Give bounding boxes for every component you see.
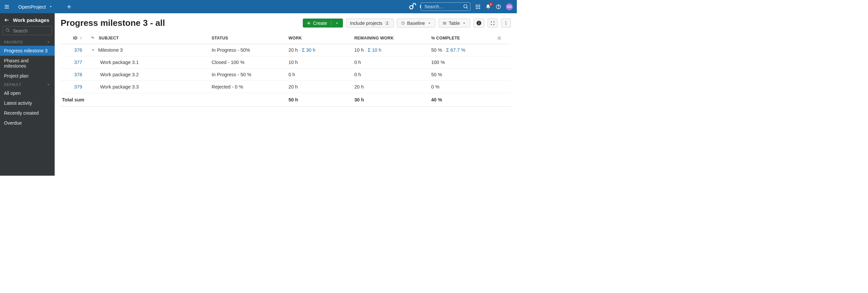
sidebar-item-project-plan[interactable]: Project plan bbox=[0, 71, 55, 81]
svg-rect-15 bbox=[477, 8, 478, 9]
complete-cell: 50 % bbox=[428, 68, 494, 81]
sidebar-item-all-open[interactable]: All open bbox=[0, 88, 55, 98]
section-default-header[interactable]: DEFAULT bbox=[0, 81, 55, 88]
avatar[interactable]: MA bbox=[506, 3, 513, 10]
create-button[interactable]: Create bbox=[303, 19, 343, 28]
remaining-cell: 10 h · Σ 10 h bbox=[351, 44, 428, 56]
work-cell: 0 h bbox=[286, 68, 352, 81]
chevron-up-icon bbox=[46, 40, 51, 45]
wp-id-link[interactable]: 377 bbox=[74, 60, 82, 65]
view-label: Table bbox=[449, 21, 460, 26]
sum-value[interactable]: Σ 67.7 % bbox=[446, 48, 465, 53]
toolbar: Progress milestone 3 - all Create Includ… bbox=[61, 18, 511, 28]
fullscreen-button[interactable] bbox=[488, 19, 498, 28]
table-row[interactable]: 379Work package 3.3Rejected - 0 %20 h20 … bbox=[61, 81, 511, 93]
sidebar-item-latest-activity[interactable]: Latest activity bbox=[0, 98, 55, 108]
remaining-cell: 0 h bbox=[351, 56, 428, 68]
row-end bbox=[494, 44, 511, 56]
view-mode-button[interactable]: Table bbox=[439, 19, 470, 28]
col-work[interactable]: WORK bbox=[286, 32, 352, 44]
table-row[interactable]: 376Milestone 3In Progress - 50%20 h · Σ … bbox=[61, 44, 511, 56]
col-status[interactable]: STATUS bbox=[209, 32, 286, 44]
search-icon bbox=[5, 28, 10, 32]
svg-rect-9 bbox=[477, 5, 478, 6]
svg-rect-12 bbox=[477, 6, 478, 7]
svg-point-20 bbox=[6, 29, 9, 31]
status-cell: In Progress - 50 % bbox=[209, 68, 286, 81]
svg-rect-11 bbox=[476, 6, 477, 7]
baseline-label: Baseline bbox=[407, 21, 425, 26]
work-cell: 20 h bbox=[286, 81, 352, 93]
section-favorite-header[interactable]: FAVORITE bbox=[0, 38, 55, 46]
resize-handle[interactable]: ⋮ bbox=[51, 96, 55, 101]
more-vertical-icon bbox=[503, 21, 508, 26]
sum-value[interactable]: Σ 30 h bbox=[302, 48, 315, 53]
col-remaining[interactable]: REMAINING WORK bbox=[351, 32, 428, 44]
col-settings[interactable] bbox=[494, 32, 511, 44]
sidebar-item-phases-milestones[interactable]: Phases and milestones bbox=[0, 56, 55, 71]
include-label: Include projects bbox=[350, 21, 382, 26]
sidebar-item-overdue[interactable]: Overdue bbox=[0, 118, 55, 128]
chevron-up-icon bbox=[46, 82, 51, 87]
back-button[interactable]: Work packages bbox=[0, 13, 55, 26]
arrow-left-icon bbox=[4, 17, 10, 23]
remaining-cell: 20 h bbox=[351, 81, 428, 93]
work-cell: 10 h bbox=[286, 56, 352, 68]
svg-rect-13 bbox=[479, 6, 480, 7]
col-id[interactable]: ID ↑ bbox=[61, 32, 88, 44]
expand-icon[interactable] bbox=[91, 48, 95, 52]
svg-rect-31 bbox=[479, 23, 479, 24]
svg-point-5 bbox=[410, 6, 413, 9]
caret-down-icon bbox=[49, 4, 53, 9]
sidebar-search-input[interactable] bbox=[3, 26, 52, 35]
main-content: Progress milestone 3 - all Create Includ… bbox=[55, 13, 517, 176]
total-remaining: 30 h bbox=[351, 93, 428, 107]
sum-value[interactable]: Σ 10 h bbox=[368, 48, 381, 53]
more-button[interactable] bbox=[501, 19, 511, 28]
wp-id-link[interactable]: 378 bbox=[74, 72, 82, 77]
baseline-button[interactable]: Baseline bbox=[397, 19, 435, 28]
wp-id-link[interactable]: 379 bbox=[74, 84, 82, 89]
row-end bbox=[494, 56, 511, 68]
id-cell: 379 bbox=[61, 81, 88, 93]
include-count: 1 bbox=[384, 21, 390, 26]
complete-cell: 0 % bbox=[428, 81, 494, 93]
table-row[interactable]: 377Work package 3.1Closed - 100 %10 h0 h… bbox=[61, 56, 511, 68]
col-subject[interactable]: SUBJECT bbox=[88, 32, 209, 44]
search-icon bbox=[463, 4, 468, 9]
svg-point-18 bbox=[498, 8, 499, 8]
svg-point-34 bbox=[505, 23, 506, 23]
id-cell: 378 bbox=[61, 68, 88, 81]
topbar: OpenProject OpenProject 9 MA bbox=[0, 0, 517, 13]
apps-icon[interactable] bbox=[475, 4, 481, 10]
complete-cell: 100 % bbox=[428, 56, 494, 68]
project-name: OpenProject bbox=[18, 4, 46, 10]
col-complete[interactable]: % COMPLETE bbox=[428, 32, 494, 44]
info-button[interactable] bbox=[473, 19, 484, 28]
sidebar-item-progress-milestone-3[interactable]: Progress milestone 3 bbox=[0, 46, 55, 56]
baseline-icon bbox=[401, 21, 405, 26]
section-label: DEFAULT bbox=[4, 83, 21, 87]
global-search[interactable] bbox=[421, 2, 470, 11]
svg-line-21 bbox=[8, 31, 9, 32]
notifications-button[interactable]: 9 bbox=[485, 4, 491, 10]
add-button[interactable] bbox=[66, 4, 72, 10]
sidebar-item-recently-created[interactable]: Recently created bbox=[0, 108, 55, 118]
hamburger-icon[interactable] bbox=[4, 4, 10, 10]
svg-rect-16 bbox=[479, 8, 480, 9]
wp-id-link[interactable]: 376 bbox=[74, 48, 82, 53]
project-select[interactable]: OpenProject bbox=[16, 4, 55, 10]
id-cell: 377 bbox=[61, 56, 88, 68]
sidebar: Work packages FAVORITE Progress mileston… bbox=[0, 13, 55, 176]
total-label: Total sum bbox=[61, 93, 209, 107]
sort-asc-icon: ↑ bbox=[80, 36, 83, 40]
include-projects-button[interactable]: Include projects 1 bbox=[346, 19, 394, 28]
notification-count: 9 bbox=[489, 2, 493, 6]
table-row[interactable]: 378Work package 3.2In Progress - 50 %0 h… bbox=[61, 68, 511, 81]
subject-cell: Work package 3.3 bbox=[88, 81, 209, 93]
svg-point-33 bbox=[505, 21, 506, 22]
hierarchy-icon bbox=[91, 35, 95, 40]
subject-cell: Work package 3.2 bbox=[88, 68, 209, 81]
subject-text: Milestone 3 bbox=[98, 48, 123, 53]
help-icon[interactable] bbox=[496, 4, 501, 10]
